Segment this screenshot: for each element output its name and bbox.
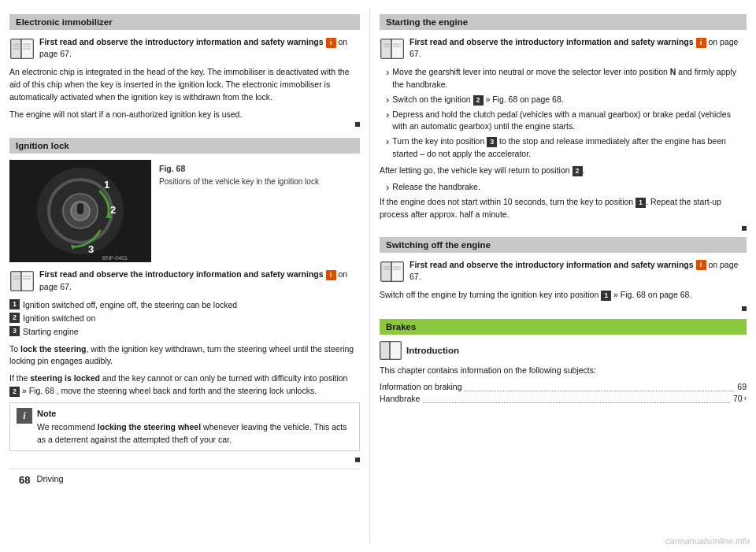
- bullet-4: Turn the key into position 3 to the stop…: [380, 135, 747, 161]
- ignition-body2: If the steering is locked and the key ca…: [9, 372, 360, 398]
- right-column: Starting the engine First rea: [370, 8, 756, 544]
- svg-text:1: 1: [104, 179, 109, 191]
- svg-rect-40: [391, 262, 403, 281]
- ignition-lock-warn: First read and observe the introductory …: [9, 269, 360, 292]
- fig-caption: Fig. 68 Positions of the vehicle key in …: [159, 160, 319, 187]
- switching-off-warn: First read and observe the introductory …: [380, 259, 747, 283]
- ignition-lock-header: Ignition lock: [9, 138, 360, 154]
- electronic-immobilizer-warn-text: First read and observe the introductory …: [39, 36, 360, 60]
- fig-id: Fig. 68: [159, 163, 319, 175]
- toc-page: 70: [733, 394, 743, 403]
- toc-page: 69: [737, 382, 747, 391]
- list-item: 2 Ignition switched on: [9, 313, 360, 324]
- book-warn-icon-2: [9, 270, 35, 292]
- svg-rect-15: [77, 203, 83, 214]
- electronic-immobilizer-body1: An electronic chip is integrated in the …: [9, 66, 360, 103]
- after-text: After letting go, the vehicle key will r…: [380, 165, 747, 177]
- switching-off-section: Switching off the engine Firs: [380, 237, 747, 302]
- brakes-header: Brakes: [380, 319, 747, 335]
- bullet-1: Move the gearshift lever into neutral or…: [380, 66, 747, 91]
- page-container: Electronic immobilizer: [0, 0, 756, 552]
- switching-off-warn-text: First read and observe the introductory …: [410, 259, 747, 283]
- introduction-label: Introduction: [406, 346, 459, 355]
- note-icon: i: [17, 408, 32, 424]
- book-warn-icon: [9, 38, 35, 60]
- ignition-lock-section: Ignition lock: [9, 138, 360, 450]
- note-content: Note We recommend locking the steering w…: [37, 408, 353, 446]
- ignition-lock-warn-text: First read and observe the introductory …: [39, 269, 360, 292]
- list-item: 1 Ignition switched off, engine off, the…: [9, 299, 360, 311]
- svg-rect-32: [391, 39, 403, 58]
- switching-off-header: Switching off the engine: [380, 237, 747, 253]
- introduction-subheader: Introduction: [380, 341, 747, 360]
- left-column: Electronic immobilizer: [0, 8, 370, 544]
- starting-engine-section: Starting the engine First rea: [380, 14, 747, 221]
- svg-rect-23: [11, 272, 21, 291]
- page-footer: 68 Driving: [9, 469, 360, 491]
- release-bullet: Release the handbrake.: [380, 181, 747, 194]
- toc-label: Handbrake: [380, 394, 420, 403]
- brakes-section: Brakes Introduction This chapter contain…: [380, 319, 747, 403]
- svg-rect-48: [390, 342, 401, 359]
- ignition-list: 1 Ignition switched off, engine off, the…: [9, 299, 360, 339]
- list-item: 3 Starting engine: [9, 326, 360, 338]
- book-warn-icon-4: [380, 261, 405, 283]
- watermark: carmanualsonline.info: [665, 536, 750, 546]
- starting-engine-warn: First read and observe the introductory …: [380, 36, 747, 60]
- svg-text:3: 3: [88, 243, 94, 255]
- switching-off-body: Switch off the engine by turning the ign…: [380, 289, 747, 302]
- brakes-intro-text: This chapter contains information on the…: [380, 365, 747, 377]
- electronic-immobilizer-header: Electronic immobilizer: [9, 14, 360, 30]
- bullet-2: Switch on the ignition 2 » Fig. 68 on pa…: [380, 94, 747, 106]
- toc-row-2: Handbrake 70 ›: [380, 394, 747, 403]
- starting-engine-warn-text: First read and observe the introductory …: [410, 36, 747, 60]
- electronic-immobilizer-warn: First read and observe the introductory …: [9, 36, 360, 60]
- page-section: Driving: [36, 474, 63, 486]
- toc-label: Information on braking: [380, 382, 461, 391]
- bullet-3: Depress and hold the clutch pedal (vehic…: [380, 109, 747, 134]
- electronic-immobilizer-body2: The engine will not start if a non-autho…: [9, 109, 360, 121]
- toc-row-1: Information on braking 69: [380, 382, 747, 391]
- page-number: 68: [19, 474, 30, 486]
- svg-rect-47: [380, 342, 390, 359]
- no-start-text: If the engine does not start within 10 s…: [380, 196, 747, 221]
- svg-rect-31: [381, 39, 391, 58]
- note-box: i Note We recommend locking the steering…: [9, 402, 360, 451]
- svg-text:2: 2: [110, 204, 116, 216]
- ignition-image: 1 2 3 BNF-0401: [9, 160, 151, 262]
- starting-engine-header: Starting the engine: [380, 14, 747, 30]
- svg-rect-39: [381, 262, 391, 281]
- fig-title: Positions of the vehicle key in the igni…: [159, 177, 319, 186]
- book-warn-icon-3: [380, 38, 405, 60]
- fig-container: 1 2 3 BNF-0401 Fig. 68 Positions of the …: [9, 160, 360, 262]
- svg-rect-24: [21, 272, 33, 291]
- ignition-body1: To lock the steering, with the ignition …: [9, 343, 360, 369]
- book-icon-brakes: [380, 341, 402, 360]
- svg-text:BNF-0401: BNF-0401: [102, 255, 128, 261]
- electronic-immobilizer-section: Electronic immobilizer: [9, 14, 360, 120]
